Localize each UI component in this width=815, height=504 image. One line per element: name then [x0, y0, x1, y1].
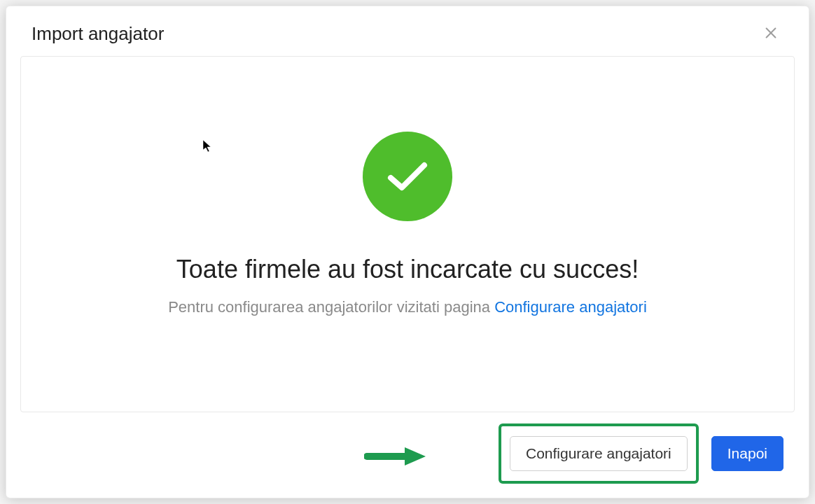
close-button[interactable]: [761, 23, 781, 43]
close-icon: [763, 25, 779, 41]
success-subtext: Pentru configurarea angajatorilor vizita…: [168, 298, 647, 316]
success-panel: Toate firmele au fost incarcate cu succe…: [20, 56, 795, 412]
import-employer-modal: Import angajator Toate firmele au fost i…: [6, 6, 809, 498]
configure-employers-link[interactable]: Configurare angajatori: [494, 298, 647, 316]
modal-header: Import angajator: [6, 6, 809, 56]
configure-employers-button[interactable]: Configurare angajatori: [510, 436, 688, 471]
modal-body: Toate firmele au fost incarcate cu succe…: [6, 56, 809, 412]
checkmark-icon: [386, 160, 429, 193]
success-heading: Toate firmele au fost incarcate cu succe…: [176, 255, 639, 284]
back-button[interactable]: Inapoi: [711, 436, 783, 471]
success-icon-circle: [363, 132, 452, 221]
modal-footer: Configurare angajatori Inapoi: [6, 412, 809, 498]
modal-title: Import angajator: [32, 23, 164, 45]
tutorial-highlight-box: Configurare angajatori: [499, 424, 699, 484]
subtext-prefix: Pentru configurarea angajatorilor vizita…: [168, 298, 494, 316]
